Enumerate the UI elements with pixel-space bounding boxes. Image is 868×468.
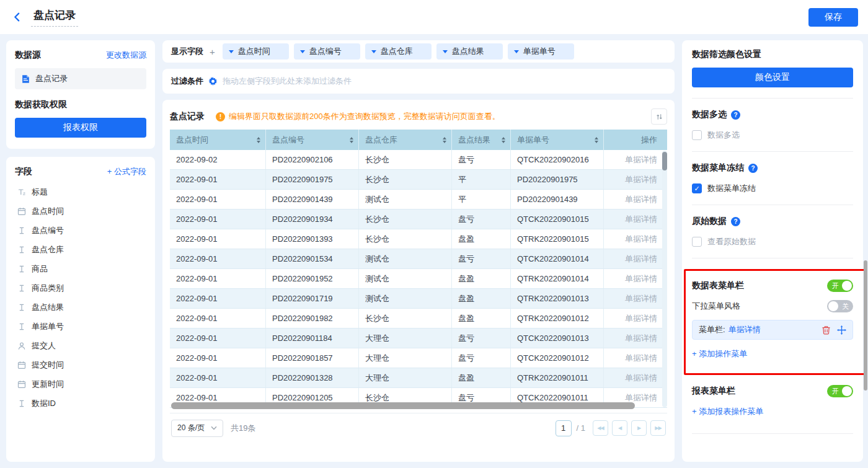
vertical-scrollbar-thumb[interactable]: [662, 152, 667, 170]
prev-page-button[interactable]: ◀: [612, 420, 627, 436]
doc-detail-link[interactable]: 单据详情: [625, 353, 657, 364]
help-icon[interactable]: ?: [731, 217, 740, 226]
field-item[interactable]: 盘点结果: [15, 298, 146, 317]
field-item[interactable]: 盘点时间: [15, 201, 146, 221]
field-item[interactable]: 单据单号: [15, 317, 146, 336]
table-vertical-scrollbar[interactable]: [662, 151, 667, 407]
doc-detail-link[interactable]: 单据详情: [625, 373, 657, 384]
column-header[interactable]: 盘点编号: [266, 130, 359, 150]
field-chip[interactable]: 盘点结果: [436, 43, 503, 60]
doc-detail-link[interactable]: 单据详情: [625, 333, 657, 344]
field-item[interactable]: 标题: [15, 182, 146, 201]
field-item[interactable]: 盘点编号: [15, 221, 146, 240]
last-page-button[interactable]: ▶▶: [650, 420, 666, 436]
checkbox[interactable]: ✓: [692, 237, 702, 247]
add-report-action-menu-link[interactable]: + 添加报表操作菜单: [692, 406, 853, 417]
color-settings-button[interactable]: 颜色设置: [692, 68, 853, 87]
change-datasource-link[interactable]: 更改数据源: [106, 50, 146, 61]
doc-detail-link[interactable]: 单据详情: [625, 392, 657, 404]
calendar-icon: [17, 207, 26, 216]
doc-detail-link[interactable]: 单据详情: [625, 194, 657, 205]
doc-detail-link[interactable]: 单据详情: [625, 214, 657, 225]
sort-arrows-icon[interactable]: [443, 135, 446, 145]
field-item[interactable]: 更新时间: [15, 374, 146, 394]
doc-detail-link[interactable]: 单据详情: [625, 154, 657, 166]
column-header[interactable]: 盘点仓库: [359, 130, 452, 150]
sort-arrows-icon[interactable]: [257, 135, 260, 145]
field-item-label: 更新时间: [32, 379, 64, 390]
field-item[interactable]: 提交时间: [15, 355, 146, 374]
cell-check-code: PD20220901934: [266, 210, 359, 229]
checkbox[interactable]: ✓: [692, 130, 702, 140]
column-header[interactable]: 盘点时间: [170, 130, 266, 150]
add-action-menu-link[interactable]: + 添加操作菜单: [692, 348, 853, 360]
chevron-down-icon: [229, 50, 234, 56]
row-height-sort-button[interactable]: [651, 108, 667, 125]
sort-arrows-icon[interactable]: [350, 135, 353, 145]
doc-detail-link[interactable]: 单据详情: [625, 254, 657, 265]
doc-detail-link[interactable]: 单据详情: [625, 293, 657, 304]
field-item[interactable]: 商品类别: [15, 278, 146, 298]
multi-select-title: 数据多选: [692, 109, 727, 120]
doc-detail-link[interactable]: 单据详情: [625, 313, 657, 324]
cell-check-date: 2022-09-01: [170, 348, 266, 368]
field-chip[interactable]: 盘点时间: [223, 43, 289, 60]
cell-warehouse: 长沙仓: [359, 150, 452, 169]
preview-notice: ! 编辑界面只取数据源前200条作为查询数据预览，完整数据请访问页面查看。: [216, 111, 500, 122]
field-chip[interactable]: 单据单号: [508, 43, 574, 60]
column-header-label: 单据单号: [517, 135, 549, 146]
gear-icon[interactable]: [208, 77, 218, 86]
field-item[interactable]: 提交人: [15, 336, 146, 355]
page-scrollbar-thumb[interactable]: [864, 260, 867, 391]
cell-check-date: 2022-09-01: [170, 190, 266, 209]
column-header[interactable]: 单据单号: [511, 130, 604, 150]
cell-warehouse: 长沙仓: [359, 309, 452, 328]
field-chip[interactable]: 盘点编号: [294, 43, 360, 60]
next-page-button[interactable]: ▶: [631, 420, 647, 436]
add-display-field-icon[interactable]: +: [210, 46, 215, 57]
help-icon[interactable]: ?: [731, 110, 740, 120]
table-menu-toggle[interactable]: 开: [827, 280, 853, 292]
field-item[interactable]: 盘点仓库: [15, 240, 146, 259]
table-row: 2022-09-01 PD20220901719 测试仓 盘盈 QTRK2022…: [170, 289, 667, 309]
trash-icon[interactable]: [822, 325, 831, 335]
page-size-select[interactable]: 20 条/页: [171, 420, 223, 437]
filter-bar[interactable]: 过滤条件 拖动左侧字段到此处来添加过滤条件: [162, 69, 675, 94]
doc-detail-link[interactable]: 单据详情: [625, 273, 657, 285]
cell-doc-number: PD20220901439: [511, 190, 604, 209]
sort-arrows-icon[interactable]: [502, 135, 505, 145]
column-header[interactable]: 盘点结果: [452, 130, 511, 150]
table-horizontal-scrollbar[interactable]: [170, 402, 667, 409]
menu-freeze-checkbox-row[interactable]: ✓ 数据菜单冻结: [692, 183, 853, 194]
column-header[interactable]: 操作: [604, 130, 667, 150]
move-icon[interactable]: [837, 325, 846, 335]
report-menu-toggle[interactable]: 开: [827, 385, 853, 397]
data-table: 盘点时间 盘点编号 盘点仓库 盘点结果 单据单号: [170, 130, 667, 408]
add-formula-field-link[interactable]: + 公式字段: [107, 166, 146, 177]
text-field-icon: [17, 226, 26, 235]
sort-arrows-icon[interactable]: [595, 135, 598, 145]
first-page-button[interactable]: ◀◀: [593, 420, 608, 436]
multi-select-checkbox-row[interactable]: ✓ 数据多选: [692, 130, 853, 141]
menu-bar-value-link[interactable]: 单据详情: [728, 324, 761, 335]
field-item[interactable]: 数据ID: [15, 394, 146, 413]
horizontal-scrollbar-thumb[interactable]: [171, 402, 635, 409]
doc-detail-link[interactable]: 单据详情: [625, 174, 657, 185]
doc-detail-link[interactable]: 单据详情: [625, 234, 657, 245]
current-page-input[interactable]: 1: [556, 420, 572, 436]
save-button[interactable]: 保存: [808, 8, 858, 27]
table-row: 2022-09-01 PD20220901857 大理仓 盘亏 QTCK2022…: [170, 348, 667, 368]
field-chip-label: 单据单号: [523, 46, 556, 57]
help-icon[interactable]: ?: [748, 164, 758, 173]
cell-result: 盘亏: [452, 249, 511, 268]
page-title[interactable]: 盘点记录: [31, 8, 78, 27]
raw-data-checkbox-row[interactable]: ✓ 查看原始数据: [692, 236, 853, 247]
back-icon[interactable]: [10, 11, 24, 24]
checkbox[interactable]: ✓: [692, 183, 702, 193]
field-chip[interactable]: 盘点仓库: [365, 43, 432, 60]
datasource-item[interactable]: 盘点记录: [15, 68, 146, 89]
report-permission-button[interactable]: 报表权限: [15, 118, 146, 138]
dropdown-style-toggle[interactable]: 关: [827, 300, 853, 312]
text-field-icon: [17, 265, 26, 273]
field-item[interactable]: 商品: [15, 259, 146, 278]
